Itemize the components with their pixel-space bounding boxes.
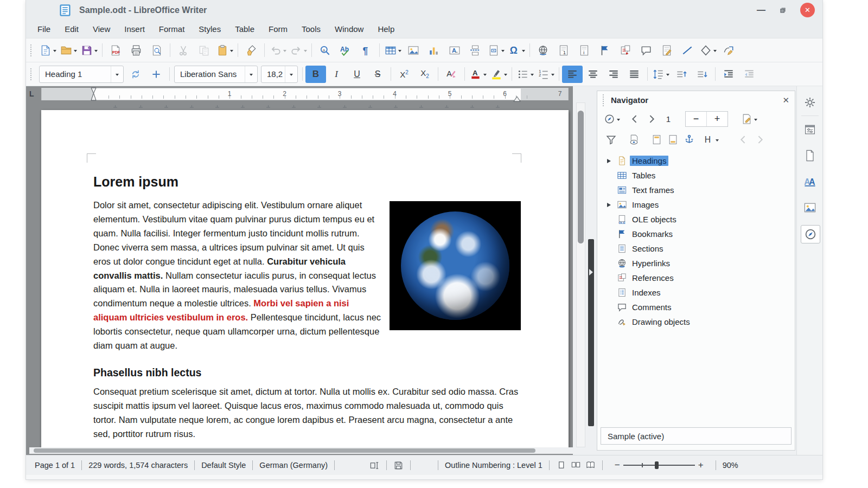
insert-footnote-button[interactable]: 1 [553, 42, 574, 59]
update-style-button[interactable] [125, 66, 146, 83]
navigator-item-headings[interactable]: Headings [599, 153, 795, 168]
previous-button[interactable] [627, 111, 643, 126]
dropdown-caret-icon[interactable] [304, 50, 307, 54]
increase-paragraph-spacing-button[interactable] [671, 66, 692, 83]
highlighting-color-button[interactable] [488, 66, 509, 83]
navigator-item-comments[interactable]: Comments [599, 300, 795, 314]
footer-button[interactable] [665, 132, 681, 147]
expand-arrow-icon[interactable] [607, 159, 615, 163]
navigate-by-button[interactable] [603, 111, 621, 126]
document-heading-1[interactable]: Lorem ipsum [93, 174, 521, 190]
subscript-button[interactable]: X2 [414, 66, 435, 83]
restore-button[interactable] [778, 6, 787, 15]
find-and-replace-button[interactable]: a [315, 42, 335, 59]
menu-tools[interactable]: Tools [295, 20, 328, 38]
navigator-item-references[interactable]: References [599, 271, 795, 285]
decrease-paragraph-spacing-button[interactable] [692, 66, 712, 83]
dropdown-caret-icon[interactable] [501, 50, 505, 54]
page-style[interactable]: Default Style [201, 461, 246, 470]
zoom-slider[interactable]: − + [611, 460, 707, 471]
navigator-item-indexes[interactable]: Indexes [599, 285, 795, 300]
bold-button[interactable]: B [305, 66, 326, 83]
anchor-text-button[interactable] [681, 132, 697, 147]
zoom-out-icon[interactable]: − [611, 460, 623, 471]
page-minus-button[interactable]: − [686, 112, 706, 126]
selection-mode-icon[interactable] [369, 460, 380, 471]
decrease-indent-button[interactable] [739, 66, 760, 83]
italic-button[interactable]: I [326, 66, 347, 83]
insert-page-break-button[interactable] [465, 42, 486, 59]
header-button[interactable] [648, 132, 665, 147]
vertical-scrollbar-thumb[interactable] [578, 111, 584, 243]
page-plus-button[interactable]: + [706, 112, 727, 126]
insert-endnote-button[interactable]: i [574, 42, 595, 59]
font-size-dropdown[interactable] [285, 66, 297, 82]
page[interactable]: Lorem ipsum Dolor sit amet, consectetur … [41, 110, 569, 447]
next-button[interactable] [643, 111, 659, 126]
zoom-in-icon[interactable]: + [695, 460, 707, 471]
sidebar-hide-grip[interactable] [588, 239, 594, 426]
single-page-view-icon[interactable] [556, 460, 566, 471]
horizontal-ruler[interactable]: L 1234567 [26, 86, 573, 102]
print-preview-button[interactable] [146, 42, 167, 59]
print-button[interactable] [126, 42, 146, 59]
toolbar-grip[interactable] [30, 68, 34, 80]
font-name-dropdown[interactable] [245, 66, 257, 82]
menu-window[interactable]: Window [328, 20, 371, 38]
outline-numbering-status[interactable]: Outline Numbering : Level 1 [445, 461, 542, 470]
line-spacing-button[interactable] [650, 66, 671, 83]
navigator-item-bookmarks[interactable]: Bookmarks [599, 227, 795, 241]
page-tab[interactable] [801, 147, 819, 164]
dropdown-caret-icon[interactable] [398, 50, 401, 54]
dropdown-caret-icon[interactable] [531, 74, 534, 78]
superscript-button[interactable]: X2 [394, 66, 414, 83]
navigator-item-text-frames[interactable]: Text frames [599, 183, 795, 197]
navigator-item-hyperlinks[interactable]: Hyperlinks [599, 256, 795, 271]
menu-edit[interactable]: Edit [58, 20, 86, 38]
menu-view[interactable]: View [86, 20, 117, 38]
dropdown-caret-icon[interactable] [551, 74, 554, 78]
undo-button[interactable] [267, 42, 288, 59]
font-size-combo[interactable]: 18,2 [261, 66, 298, 83]
tab-stop-selector[interactable]: L [29, 89, 34, 98]
save-button[interactable] [79, 42, 99, 59]
insert-chart-button[interactable] [424, 42, 444, 59]
zoom-slider-thumb[interactable] [655, 461, 659, 469]
paragraph-style-dropdown[interactable] [111, 66, 123, 82]
insert-cross-reference-button[interactable] [615, 42, 636, 59]
insert-field-button[interactable] [486, 42, 506, 59]
underline-button[interactable]: U [347, 66, 367, 83]
insert-bookmark-button[interactable] [595, 42, 615, 59]
menu-table[interactable]: Table [228, 20, 261, 38]
indent-marker[interactable] [90, 87, 97, 103]
clone-formatting-button[interactable] [241, 42, 261, 59]
horizontal-scrollbar[interactable] [29, 447, 573, 454]
formatting-marks-button[interactable]: ¶ [356, 42, 376, 59]
insert-comment-button[interactable] [636, 42, 656, 59]
navigator-close-icon[interactable]: ✕ [782, 95, 789, 105]
close-button[interactable]: ✕ [800, 3, 815, 17]
dropdown-caret-icon[interactable] [713, 50, 717, 54]
sidebar-settings[interactable] [801, 94, 819, 111]
filter-button[interactable] [603, 132, 619, 147]
align-left-button[interactable] [562, 66, 583, 83]
zoom-level[interactable]: 90% [723, 461, 738, 470]
dropdown-caret-icon[interactable] [230, 50, 233, 54]
align-center-button[interactable] [583, 66, 603, 83]
document-heading-2[interactable]: Phasellus nibh lectus [93, 367, 521, 379]
menu-form[interactable]: Form [261, 20, 295, 38]
insert-text-box-button[interactable]: A [444, 42, 465, 59]
dropdown-caret-icon[interactable] [74, 50, 77, 54]
word-count[interactable]: 229 words, 1,574 characters [88, 461, 188, 470]
styles-tab[interactable]: AA [801, 173, 819, 190]
minimize-button[interactable]: — [757, 6, 765, 15]
align-justify-button[interactable] [624, 66, 644, 83]
text-language[interactable]: German (Germany) [259, 461, 328, 470]
paragraph-2[interactable]: Consequat pretium scelerisque sit amet, … [93, 385, 521, 441]
insert-special-character-button[interactable]: Ω [506, 42, 527, 59]
navigator-item-tables[interactable]: Tables [599, 168, 795, 183]
drag-mode-button[interactable] [740, 111, 758, 126]
gallery-tab[interactable] [801, 199, 819, 216]
clear-formatting-button[interactable]: A [441, 66, 462, 83]
dropdown-caret-icon[interactable] [483, 74, 487, 78]
